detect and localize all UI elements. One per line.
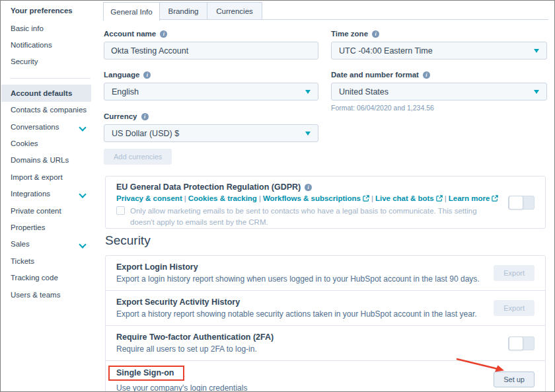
sidebar-item-domains-urls[interactable]: Domains & URLs [1,152,100,169]
info-icon: i [160,30,167,38]
link-workflows-subscriptions[interactable]: Workflows & subscriptions [263,194,369,202]
caret-down-icon [305,132,311,136]
caret-down-icon [534,90,539,94]
gdpr-panel: EU General Data Protection Regulation (G… [105,176,546,229]
sidebar-item-contacts-companies[interactable]: Contacts & companies [1,102,100,118]
sidebar-section-header: Your preferences [1,5,100,15]
info-icon: i [423,71,430,79]
sidebar-item-integrations[interactable]: Integrations [1,186,100,202]
link-cookies-tracking[interactable]: Cookies & tracking [188,194,257,202]
row-description: Use your company's login credentials [116,383,484,392]
sidebar-item-security-pref[interactable]: Security [1,54,100,70]
row-title: Export Security Activity History [116,297,484,307]
sidebar-item-tickets[interactable]: Tickets [1,253,100,269]
add-currencies-button[interactable]: Add currencies [104,149,172,165]
date-format-label: Date and number format i [331,71,547,79]
info-icon: i [372,30,379,38]
tab-currencies[interactable]: Currencies [207,2,262,20]
sidebar-item-notifications[interactable]: Notifications [1,36,100,53]
date-format-group: Date and number format i United States F… [331,71,547,112]
sidebar-item-private-content[interactable]: Private content [1,202,100,219]
require-2fa-toggle[interactable] [508,336,535,350]
date-format-hint: Format: 06/04/2020 and 1,234.56 [331,104,547,112]
link-privacy-consent[interactable]: Privacy & consent [116,194,182,202]
security-row-export-login: Export Login History Export a login hist… [106,256,545,290]
link-learn-more[interactable]: Learn more [449,194,499,202]
time-zone-select[interactable]: UTC -04:00 Eastern Time [331,42,547,59]
sidebar-item-conversations[interactable]: Conversations [1,118,100,135]
tab-bar: General Info Branding Currencies [103,2,548,20]
sidebar-item-users-teams[interactable]: Users & teams [1,286,100,303]
caret-down-icon [305,90,311,94]
language-select[interactable]: English [104,83,318,100]
language-group: Language i English [104,71,318,100]
sidebar-item-basic-info[interactable]: Basic info [1,20,100,36]
sidebar-item-account-defaults[interactable]: Account defaults [1,85,91,101]
gdpr-checkbox[interactable] [116,206,125,215]
info-icon: i [141,113,149,120]
security-row-export-activity: Export Security Activity History Export … [106,290,545,325]
gdpr-title: EU General Data Protection Regulation (G… [116,182,301,192]
external-link-icon [492,195,498,202]
tab-branding[interactable]: Branding [159,2,207,20]
toggle-knob [509,336,523,350]
row-description: Export a login history report showing wh… [116,274,484,284]
currency-select[interactable]: US Dollar (USD) $ [104,124,318,142]
sidebar-divider [10,78,91,79]
sidebar-item-properties[interactable]: Properties [1,219,100,235]
chevron-down-icon [80,124,87,130]
security-panel: Export Login History Export a login hist… [105,255,546,392]
export-security-activity-button[interactable]: Export [494,300,535,316]
sidebar-item-import-export[interactable]: Import & export [1,169,100,185]
settings-page: Your preferences Basic info Notification… [0,0,555,392]
external-link-icon [363,195,369,202]
sso-set-up-button[interactable]: Set up [494,372,535,387]
row-description: Require all users to set up 2FA to log-i… [116,344,499,354]
gdpr-toggle[interactable] [508,196,535,210]
sidebar-item-cookies[interactable]: Cookies [1,135,100,151]
account-name-group: Account name i [104,30,318,59]
export-login-history-button[interactable]: Export [494,265,535,281]
sidebar-preferences-group: Basic info Notifications Security [1,20,100,70]
toggle-knob [509,196,523,210]
account-name-label: Account name i [104,30,318,38]
settings-main: General Info Branding Currencies Account… [100,1,554,391]
info-icon: i [305,184,312,191]
currency-group: Currency i US Dollar (USD) $ [104,112,318,142]
row-description: Export a history report showing notable … [116,309,484,319]
sso-title-annotated: Single Sign-on [108,366,184,381]
gdpr-links: Privacy & consent|Cookies & tracking|Wor… [116,194,499,202]
caret-down-icon [534,49,539,53]
currency-label: Currency i [104,112,318,120]
time-zone-label: Time zone i [331,30,547,38]
security-row-sso: Single Sign-on Use your company's login … [106,360,545,392]
info-icon: i [143,71,151,79]
language-label: Language i [104,71,318,79]
sidebar-item-sales[interactable]: Sales [1,236,100,253]
external-link-icon [436,195,443,202]
gdpr-checkbox-label: Only allow marketing emails to be sent t… [130,206,499,227]
tab-general-info[interactable]: General Info [103,2,160,20]
sidebar-item-tracking-code[interactable]: Tracking code [1,269,100,286]
row-title: Export Login History [116,262,484,272]
chevron-down-icon [80,241,87,247]
link-live-chat-bots[interactable]: Live chat & bots [375,194,443,202]
security-heading: Security [105,233,151,248]
sidebar-settings-group: Account defaults Contacts & companies Co… [1,85,100,303]
time-zone-group: Time zone i UTC -04:00 Eastern Time [331,30,547,59]
date-format-select[interactable]: United States [331,83,547,100]
account-name-input[interactable] [104,42,318,59]
row-title: Require Two-factor Authentication (2FA) [116,333,499,342]
chevron-down-icon [80,190,87,197]
settings-sidebar: Your preferences Basic info Notification… [1,1,100,391]
security-row-2fa: Require Two-factor Authentication (2FA) … [106,325,545,360]
